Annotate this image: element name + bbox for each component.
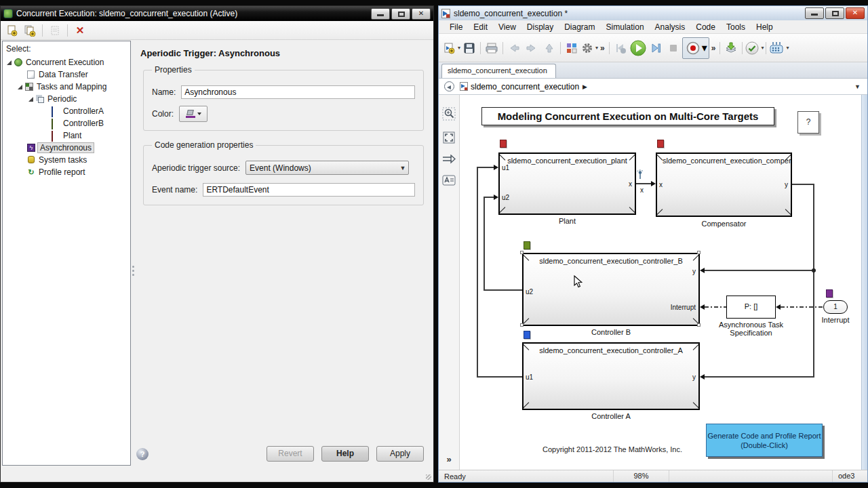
task-spec-block[interactable]: P: [] [726,296,776,319]
close-button[interactable]: ✕ [846,7,865,19]
delete-icon[interactable]: ✕ [73,23,87,38]
save-icon[interactable] [460,38,478,58]
library-browser-icon[interactable] [563,38,580,58]
menu-code[interactable]: Code [690,21,721,33]
breadcrumb[interactable]: sldemo_concurrent_execution [471,82,579,92]
breadcrumb-dropdown-icon[interactable]: ▼ [854,83,861,90]
resize-grip[interactable] [426,474,431,480]
show-browser-icon[interactable] [444,81,454,92]
palette-overflow-icon[interactable]: » [439,454,459,464]
wire-y-to-ctrl-b[interactable] [705,270,814,271]
wire-y-feedback[interactable] [813,184,814,378]
model-canvas[interactable]: Modeling Concurrent Execution on Multi-C… [460,95,861,470]
update-diagram-icon[interactable]: ▾ [745,38,764,58]
schedule-editor-icon[interactable]: ▾ [768,38,789,58]
tree-item-system-tasks[interactable]: System tasks [3,154,130,166]
generate-code-block[interactable]: Generate Code and Profile Report (Double… [706,424,823,457]
signal-route-icon[interactable] [442,155,456,164]
menu-view[interactable]: View [493,21,521,33]
compensator-block[interactable]: sldemo_concurrent_execution_compensa x y [656,152,792,217]
record-icon[interactable] [684,38,702,58]
fit-view-icon[interactable] [443,131,455,144]
help-block[interactable]: ? [797,111,819,134]
wire-ctrl-b-out[interactable] [484,289,522,291]
menu-tools[interactable]: Tools [721,21,751,33]
selection-handle[interactable] [520,251,524,254]
add-task-icon[interactable] [22,23,37,38]
panel-splitter[interactable] [131,243,136,298]
help-button[interactable]: Help [321,446,369,462]
zoom-icon[interactable] [442,107,456,121]
tree-item-concurrent-execution[interactable]: Concurrent Execution [3,56,130,68]
menu-analysis[interactable]: Analysis [650,21,691,33]
build-icon[interactable] [722,38,740,58]
settings-gear-icon[interactable]: ▾ [580,38,598,58]
wire-plant-to-compensator[interactable] [636,183,651,184]
close-button[interactable]: ✕ [412,8,431,20]
menu-file[interactable]: File [444,21,468,33]
menu-display[interactable]: Display [521,21,559,33]
menu-bar: File Edit View Display Diagram Simulatio… [439,20,867,34]
menu-edit[interactable]: Edit [468,21,493,33]
wire-u2-feedback[interactable] [484,197,485,291]
toolbar-overflow-icon[interactable]: » [598,43,607,53]
tree-item-asynchronous[interactable]: ϟ Asynchronous [3,142,130,154]
dialog-titlebar[interactable]: Concurrent Execution: sldemo_concurrent_… [1,6,433,21]
minimize-button[interactable] [805,7,824,19]
menu-simulation[interactable]: Simulation [601,21,650,33]
annotation-icon[interactable] [442,175,456,186]
step-forward-icon[interactable] [647,38,665,58]
selection-handle[interactable] [697,251,701,254]
expander-icon[interactable] [7,60,12,65]
event-name-label: Event name: [152,185,197,195]
record-button-group[interactable]: ▾ [682,37,709,59]
wire-u2-to-plant[interactable] [484,197,494,198]
tree-item-plant[interactable]: Plant [3,129,130,142]
wire-u1-to-plant[interactable] [477,167,494,168]
menu-diagram[interactable]: Diagram [559,21,600,33]
tree-item-data-transfer[interactable]: Data Transfer [3,68,130,81]
apply-button[interactable]: Apply [376,446,424,462]
add-trigger-icon[interactable] [5,23,20,38]
vertical-scrollbar[interactable] [861,95,867,470]
print-icon[interactable] [483,38,500,58]
wire-ctrl-a-out[interactable] [477,376,522,378]
minimize-button[interactable] [371,8,390,20]
record-dropdown-icon[interactable]: ▾ [702,41,707,54]
new-model-icon[interactable]: ▾ [443,38,460,58]
color-picker-button[interactable] [179,106,208,122]
tree-item-profile-report[interactable]: ↻ Profile report [3,166,130,178]
expander-icon[interactable] [28,97,33,102]
tree-item-periodic[interactable]: Periodic [3,93,130,105]
plant-block[interactable]: sldemo_concurrent_execution_plant u1 u2 … [498,152,636,215]
event-name-field[interactable] [203,183,415,197]
model-titlebar[interactable]: sldemo_concurrent_execution * ✕ [439,6,867,20]
controller-b-block[interactable]: sldemo_concurrent_execution_controller_B… [522,253,700,326]
wire-u1-feedback[interactable] [477,167,478,378]
maximize-button[interactable] [825,7,844,19]
zoom-level: 98% [614,470,669,482]
arrowhead [494,165,498,170]
wire-spec-to-ctrl-b[interactable] [705,306,726,308]
revert-button[interactable]: Revert [267,446,314,462]
menu-help[interactable]: Help [751,21,778,33]
wire-y-to-ctrl-a[interactable] [705,376,814,378]
selection-handle[interactable] [520,323,524,327]
maximize-button[interactable] [391,8,410,20]
tree-item-controller-a[interactable]: ControllerA [3,105,130,117]
model-toolbar: ▾ ▾ [439,34,867,62]
controller-a-block[interactable]: sldemo_concurrent_execution_controller_A… [522,342,700,410]
name-field[interactable] [181,85,415,99]
interrupt-source-block[interactable]: 1 [823,300,848,314]
tree-item-tasks-and-mapping[interactable]: Tasks and Mapping [3,81,130,93]
toolbar-overflow-icon[interactable]: » [709,43,718,53]
help-globe-icon[interactable]: ? [136,448,149,460]
run-icon[interactable] [629,38,647,58]
trigger-source-select[interactable]: Event (Windows) ▼ [245,161,409,175]
wire-interrupt-to-spec[interactable] [781,306,823,308]
wire-compensator-out[interactable] [792,184,814,185]
selection-handle[interactable] [697,323,701,327]
expander-icon[interactable] [18,85,22,89]
tree-item-controller-b[interactable]: ControllerB [3,117,130,129]
model-tab[interactable]: sldemo_concurrent_execution [441,64,556,78]
